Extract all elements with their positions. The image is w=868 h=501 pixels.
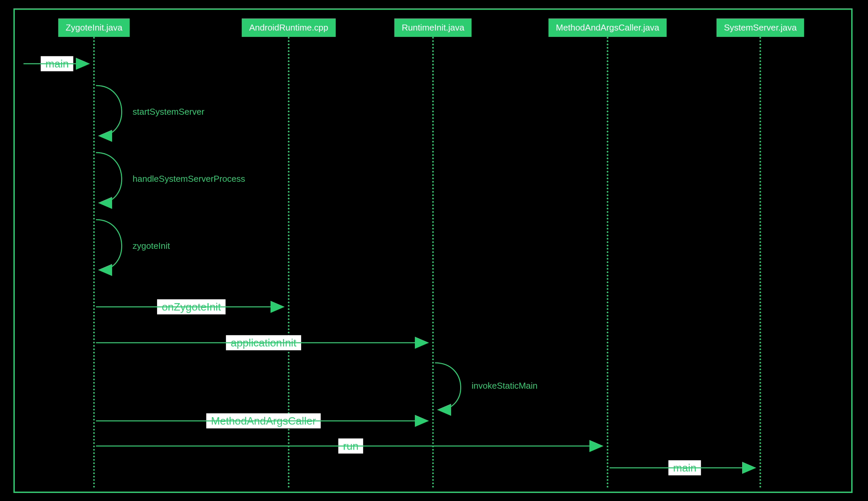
msg-onzygoteinit-label: onZygoteInit (157, 299, 226, 315)
participant-zygote: ZygoteInit.java (58, 19, 129, 37)
msg-applicationinit-label: applicationInit (226, 335, 301, 350)
lifeline-runtimeinit (432, 37, 434, 488)
lifeline-systemserver (760, 37, 761, 488)
participant-methodandargscaller: MethodAndArgsCaller.java (548, 19, 667, 37)
lifeline-methodandargscaller (607, 37, 608, 488)
msg-ssmain-label: main (668, 460, 701, 476)
entry-main-label: main (41, 56, 73, 72)
participant-systemserver: SystemServer.java (717, 19, 804, 37)
msg-run-label: run (338, 439, 363, 454)
self-invokestaticmain-label: invokeStaticMain (472, 381, 538, 391)
participant-runtimeinit: RuntimeInit.java (394, 19, 472, 37)
self-zygoteinit-label: zygoteInit (133, 241, 170, 251)
msg-methodandargscaller-label: MethodAndArgsCaller (206, 414, 321, 428)
self-handlesystemserverprocess-label: handleSystemServerProcess (133, 174, 245, 184)
self-startsystemserver-label: startSystemServer (133, 107, 205, 117)
lifeline-zygote (93, 37, 95, 488)
participant-androidruntime: AndroidRuntime.cpp (242, 19, 336, 37)
